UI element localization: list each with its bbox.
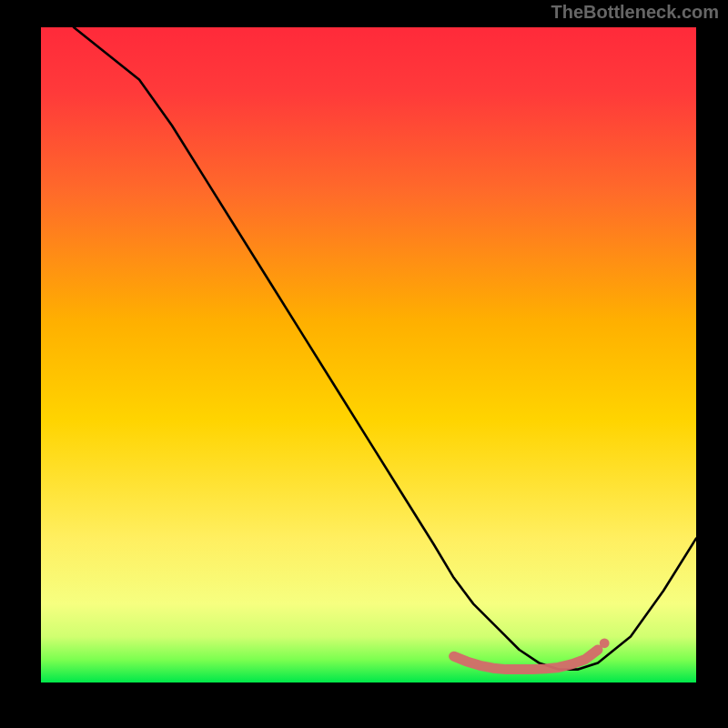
plot-svg xyxy=(41,27,696,682)
plot-area xyxy=(41,27,696,682)
watermark-text: TheBottleneck.com xyxy=(551,2,719,23)
chart-container: TheBottleneck.com xyxy=(0,0,728,728)
svg-point-1 xyxy=(600,638,610,648)
plot-frame xyxy=(41,27,696,682)
svg-rect-0 xyxy=(41,27,696,682)
